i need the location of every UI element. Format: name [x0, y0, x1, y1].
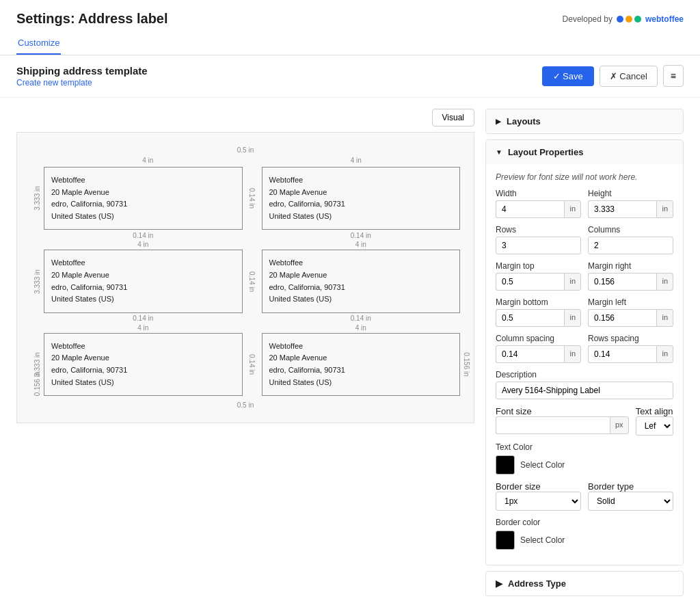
margin-top-label: Margin top [496, 261, 581, 271]
description-input[interactable] [496, 382, 673, 399]
layouts-header[interactable]: ▶ Layouts [486, 109, 683, 133]
rows-spacing-input-unit: in [588, 345, 673, 363]
col-spacing-label-2: 0.14 in [248, 271, 256, 292]
menu-button[interactable]: ≡ [663, 65, 684, 87]
layouts-title: Layouts [507, 116, 541, 126]
margin-top-unit: in [564, 273, 581, 291]
width-input[interactable] [496, 200, 564, 218]
address-type-section: ▶ Address Type [485, 571, 684, 596]
margin-left-input[interactable] [588, 309, 656, 327]
description-field: Description [496, 370, 673, 399]
label-line4: United States (US) [51, 211, 235, 223]
row-spacing-r12-c2: 0.14 in [262, 230, 461, 241]
row2-top-dim-c1: 4 in [44, 241, 243, 250]
columns-group: Columns [588, 225, 673, 254]
width-group: Width in [496, 189, 581, 218]
rows-spacing-group: Rows spacing in [588, 334, 673, 363]
save-button[interactable]: ✓ Save [542, 66, 594, 86]
visual-panel: Visual 0.5 in 0.156 in 4 in 4 in [16, 109, 474, 596]
label-line3: edro, California, 90731 [51, 198, 235, 211]
cancel-button[interactable]: ✗ Cancel [600, 66, 658, 87]
template-info: Shipping address template Create new tem… [16, 65, 148, 88]
margin-top-input[interactable] [496, 273, 564, 291]
brand-name: webtoffee [645, 14, 684, 24]
visual-tab-bar: Visual [16, 109, 474, 126]
create-new-template-link[interactable]: Create new template [16, 78, 148, 88]
layout-properties-title: Layout Properties [508, 147, 584, 157]
border-color-label: Border color [496, 518, 673, 527]
label-cell-r2c1: 3.333 in Webtoffee 20 Maple Avenue edro,… [44, 250, 243, 312]
rows-spacing-label: Rows spacing [588, 334, 673, 343]
font-size-input-unit: px [496, 416, 629, 434]
r2c1-line4: United States (US) [51, 293, 235, 306]
row3-left-dim: 3.333 in [32, 352, 43, 377]
label-line3-r1c2: edro, California, 90731 [269, 198, 453, 211]
margin-bottom-label: Margin bottom [496, 297, 581, 307]
col-spacing-label: Column spacing [496, 334, 581, 343]
col-spacing-1: 0.14 in [243, 167, 262, 230]
border-size-select[interactable]: 1px 2px 3px none [496, 492, 581, 511]
margin-top-label: 0.5 in [31, 146, 460, 154]
row-spacing-2-c1: 0.14 in [133, 315, 153, 322]
label-cell-r3c1: 3.333 in Webtoffee 20 Maple Avenue edro,… [44, 333, 243, 396]
margin-right-input[interactable] [588, 273, 656, 291]
text-color-swatch[interactable] [496, 455, 515, 475]
preview-note: Preview for font size will not work here… [496, 172, 673, 182]
r2c1-line1: Webtoffee [51, 257, 235, 269]
width-unit: in [564, 200, 581, 218]
width-input-unit: in [496, 200, 581, 218]
border-type-select[interactable]: Solid Dashed Dotted None [588, 492, 673, 511]
rows-spacing-unit: in [656, 345, 673, 363]
r2c2-line4: United States (US) [269, 293, 453, 306]
columns-input[interactable] [588, 237, 673, 254]
row1-top-dims: 4 in 4 in [44, 157, 460, 164]
border-size-group: Border size 1px 2px 3px none [496, 481, 581, 511]
row-spacing-r12-c1: 0.14 in [44, 230, 243, 241]
layout-properties-header[interactable]: ▼ Layout Properties [486, 140, 683, 164]
r3c2-line3: edro, California, 90731 [269, 364, 453, 377]
width-height-row: Width in Height in [496, 189, 673, 218]
tab-customize[interactable]: Customize [16, 32, 61, 55]
text-color-picker-row: Select Color [496, 455, 673, 475]
logo-dot-green [634, 16, 641, 23]
page-title: Settings: Address label [16, 11, 168, 27]
r2c2-line3: edro, California, 90731 [269, 282, 453, 294]
row2-top-dim-c2: 4 in [262, 241, 461, 250]
font-size-label: Font size [496, 406, 532, 416]
row3-top-dim-c1: 4 in [44, 324, 243, 333]
address-type-header[interactable]: ▶ Address Type [486, 572, 683, 596]
height-input[interactable] [588, 200, 656, 218]
label-line1: Webtoffee [51, 174, 235, 187]
dim-col1-r1: 4 in [142, 157, 153, 164]
label-cell-r3c2: 0.156 in Webtoffee 20 Maple Avenue edro,… [262, 333, 461, 396]
visual-tab-button[interactable]: Visual [432, 109, 474, 126]
text-align-select[interactable]: Left Center Right [636, 416, 673, 436]
col-spacing-input[interactable] [496, 345, 564, 363]
row-spacing-r23-c2: 0.14 in [262, 313, 461, 324]
font-size-input[interactable] [496, 416, 610, 434]
rows-input[interactable] [496, 237, 581, 254]
margin-bottom-group: Margin bottom in [496, 297, 581, 327]
layout-properties-body: Preview for font size will not work here… [486, 164, 683, 565]
font-size-group: Font size px [496, 406, 629, 436]
margin-top-right-row: Margin top in Margin right in [496, 261, 673, 291]
col-spacing-group: Column spacing in [496, 334, 581, 363]
r2c1-line2: 20 Maple Avenue [51, 269, 235, 282]
tab-bar: Customize [0, 32, 700, 55]
address-type-arrow: ▶ [496, 578, 502, 589]
border-color-select-text[interactable]: Select Color [520, 535, 565, 545]
margin-bottom-input[interactable] [496, 309, 564, 327]
rows-group: Rows [496, 225, 581, 254]
rows-label: Rows [496, 225, 581, 235]
margin-right-label: Margin right [588, 261, 673, 271]
template-title: Shipping address template [16, 65, 148, 77]
rows-spacing-input[interactable] [588, 345, 656, 363]
r3c1-line2: 20 Maple Avenue [51, 352, 235, 364]
label-cell-r1c2: Webtoffee 20 Maple Avenue edro, Californ… [262, 167, 461, 230]
template-bar: Shipping address template Create new tem… [0, 55, 700, 98]
text-color-select-text[interactable]: Select Color [520, 460, 565, 470]
border-color-swatch[interactable] [496, 531, 515, 550]
height-input-unit: in [588, 200, 673, 218]
layouts-arrow: ▶ [496, 118, 501, 125]
label-line4-r1c2: United States (US) [269, 211, 453, 223]
